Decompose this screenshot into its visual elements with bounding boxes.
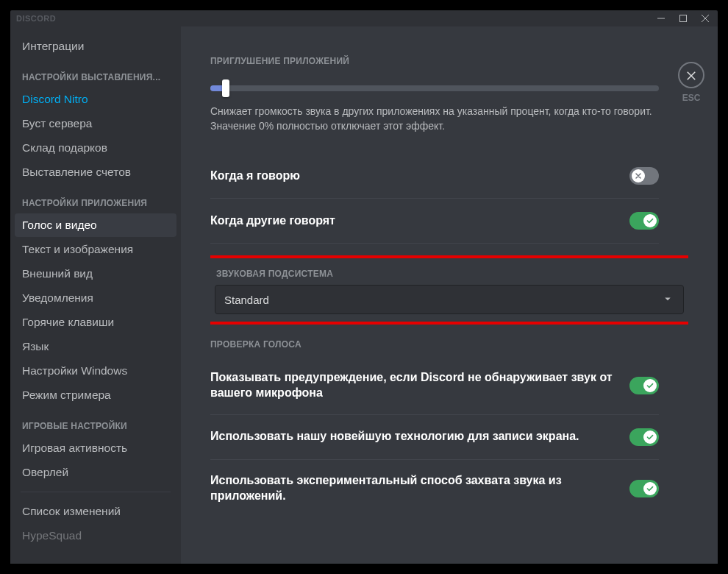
label-experimental-capture: Использовать экспериментальный способ за… — [210, 473, 629, 504]
sidebar-item-voice-video[interactable]: Голос и видео — [15, 213, 176, 237]
close-settings-button[interactable]: ESC — [678, 62, 704, 103]
sidebar-separator — [21, 492, 171, 492]
row-experimental-capture: Использовать экспериментальный способ за… — [210, 460, 659, 517]
sidebar-item-overlay[interactable]: Оверлей — [15, 461, 176, 484]
sidebar-item-windows[interactable]: Настройки Windows — [15, 359, 176, 383]
sidebar-item-language[interactable]: Язык — [15, 335, 176, 358]
slider-track — [210, 85, 659, 91]
sidebar-header-app: НАСТРОЙКИ ПРИЛОЖЕНИЯ — [15, 185, 176, 213]
sidebar-item-game-activity[interactable]: Игровая активность — [15, 436, 176, 460]
toggle-knob — [643, 214, 657, 227]
close-label: ESC — [682, 93, 701, 103]
row-when-others-speak: Когда другие говорят — [210, 199, 659, 244]
toggle-knob — [643, 482, 657, 495]
sidebar-item-changelog[interactable]: Список изменений — [15, 500, 176, 523]
label-screen-tech: Использовать нашу новейшую технологию дл… — [210, 429, 629, 444]
app-window: DISCORD Интеграции НАСТРОЙКИ ВЫСТАВЛЕНИЯ… — [10, 10, 718, 564]
close-icon — [678, 62, 704, 88]
toggle-knob — [632, 169, 645, 183]
sidebar-item-notifications[interactable]: Уведомления — [15, 286, 176, 310]
attenuation-header: ПРИГЛУШЕНИЕ ПРИЛОЖЕНИЙ — [210, 56, 688, 66]
label-when-i-speak: Когда я говорю — [210, 169, 629, 184]
sidebar-item-text-images[interactable]: Текст и изображения — [15, 238, 176, 261]
chevron-down-icon — [661, 292, 674, 308]
audio-subsystem-header: ЗВУКОВАЯ ПОДСИСТЕМА — [216, 269, 682, 279]
maximize-button[interactable] — [674, 11, 693, 26]
audio-subsystem-highlight: ЗВУКОВАЯ ПОДСИСТЕМА Standard — [210, 255, 688, 325]
audio-subsystem-value: Standard — [224, 294, 269, 306]
window-controls — [652, 11, 715, 26]
row-when-i-speak: Когда я говорю — [210, 154, 659, 199]
slider-thumb[interactable] — [222, 79, 229, 97]
sidebar-item-appearance[interactable]: Внешний вид — [15, 262, 176, 286]
voice-check-header: ПРОВЕРКА ГОЛОСА — [210, 339, 688, 350]
svg-rect-0 — [680, 15, 687, 22]
app-name: DISCORD — [16, 14, 56, 23]
sidebar: Интеграции НАСТРОЙКИ ВЫСТАВЛЕНИЯ... Disc… — [10, 26, 181, 564]
toggle-screen-tech[interactable] — [629, 428, 659, 446]
sidebar-header-game: ИГРОВЫЕ НАСТРОЙКИ — [15, 408, 176, 436]
attenuation-desc: Снижает громкость звука в других приложе… — [210, 104, 688, 133]
toggle-knob — [643, 431, 657, 444]
toggle-when-others-speak[interactable] — [629, 212, 659, 230]
sidebar-item-integrations[interactable]: Интеграции — [15, 35, 176, 58]
minimize-button[interactable] — [652, 11, 671, 26]
sidebar-item-gifts[interactable]: Склад подарков — [15, 136, 176, 160]
label-voice-warning: Показывать предупреждение, если Discord … — [210, 370, 629, 401]
toggle-knob — [643, 379, 657, 392]
row-voice-warning: Показывать предупреждение, если Discord … — [210, 357, 659, 415]
content-area: ESC ПРИГЛУШЕНИЕ ПРИЛОЖЕНИЙ Снижает громк… — [181, 26, 718, 564]
toggle-voice-warning[interactable] — [629, 377, 659, 394]
toggle-experimental-capture[interactable] — [629, 480, 659, 497]
audio-subsystem-select[interactable]: Standard — [215, 285, 684, 314]
sidebar-item-billing[interactable]: Выставление счетов — [15, 160, 176, 184]
sidebar-item-keybinds[interactable]: Горячие клавиши — [15, 311, 176, 334]
sidebar-header-billing: НАСТРОЙКИ ВЫСТАВЛЕНИЯ... — [15, 59, 176, 87]
close-window-button[interactable] — [696, 11, 715, 26]
sidebar-item-boost[interactable]: Буст сервера — [15, 112, 176, 135]
row-screen-tech: Использовать нашу новейшую технологию дл… — [210, 415, 659, 460]
attenuation-slider[interactable] — [210, 79, 659, 97]
sidebar-item-hypesquad[interactable]: HypeSquad — [15, 524, 176, 548]
sidebar-item-nitro[interactable]: Discord Nitro — [15, 88, 176, 111]
label-when-others-speak: Когда другие говорят — [210, 213, 629, 229]
titlebar: DISCORD — [10, 10, 718, 26]
toggle-when-i-speak[interactable] — [629, 167, 659, 185]
sidebar-item-streamer[interactable]: Режим стримера — [15, 383, 176, 407]
